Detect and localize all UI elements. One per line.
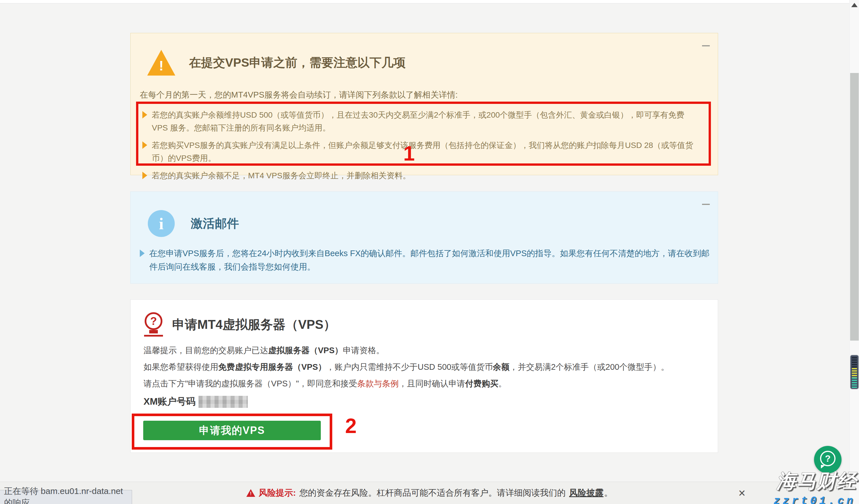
email-text: 在您申请VPS服务后，您将在24小时内收到来自Beeks FX的确认邮件。邮件包… bbox=[149, 247, 718, 273]
notice-header: ! 在提交VPS申请之前，需要注意以下几项 bbox=[147, 50, 406, 76]
paragraph-3: 请点击下方"申请我的虚拟服务器（VPS）"，即同意和接受条款与条例，且同时确认申… bbox=[144, 379, 669, 388]
bullet-text: 若您的真实账户余额维持USD 500（或等值货币），且在过去30天内交易至少满2… bbox=[152, 109, 702, 134]
email-body: 在您申请VPS服务后，您将在24小时内收到来自Beeks FX的确认邮件。邮件包… bbox=[140, 247, 718, 273]
redacted-account-number bbox=[198, 396, 248, 408]
minimap-widget[interactable] bbox=[850, 355, 859, 389]
account-row: XM账户号码 bbox=[144, 395, 248, 408]
warning-triangle-icon: ! bbox=[147, 50, 175, 76]
list-item: 若您的真实账户余额不足，MT4 VPS服务会立即终止，并删除相关资料。 bbox=[142, 169, 702, 182]
risk-disclosure-link[interactable]: 风险披露 bbox=[569, 487, 603, 499]
stamp-icon: ? bbox=[144, 312, 166, 337]
email-header: i 激活邮件 bbox=[148, 210, 239, 237]
notice-intro: 在每个月的第一天，您的MT4VPS服务将会自动续订，请详阅下列条款以了解相关详情… bbox=[140, 89, 458, 101]
notice-title: 在提交VPS申请之前，需要注意以下几项 bbox=[189, 55, 406, 71]
minimap-dark-stripes bbox=[852, 357, 857, 368]
email-title: 激活邮件 bbox=[191, 216, 239, 232]
minimap-yellow-stripes bbox=[852, 368, 857, 378]
account-label: XM账户号码 bbox=[144, 395, 196, 408]
risk-warning-icon: ! bbox=[246, 489, 255, 497]
apply-header: ? 申请MT4虚拟服务器（VPS） bbox=[144, 312, 336, 337]
notice-panel: ! 在提交VPS申请之前，需要注意以下几项 在每个月的第一天，您的MT4VPS服… bbox=[130, 33, 718, 175]
bullet-arrow-icon bbox=[142, 172, 147, 179]
annotation-box-2 bbox=[132, 413, 332, 450]
minimap-teal-stripes bbox=[852, 378, 857, 388]
terms-link[interactable]: 条款与条例 bbox=[357, 379, 399, 388]
risk-text: 您的资金存在风险。杠杆商品可能不适合所有客户。请详细阅读我们的 bbox=[299, 487, 566, 499]
bullet-text: 若您购买VPS服务的真实账户没有满足以上条件，但账户余额足够支付该服务费用（包括… bbox=[152, 139, 702, 164]
apply-panel: ? 申请MT4虚拟服务器（VPS） 温馨提示，目前您的交易账户已达虚拟服务器（V… bbox=[130, 299, 718, 453]
bullet-arrow-icon bbox=[140, 250, 145, 257]
bullet-text: 若您的真实账户余额不足，MT4 VPS服务会立即终止，并删除相关资料。 bbox=[152, 169, 411, 182]
top-strip bbox=[0, 0, 859, 3]
list-item: 若您的真实账户余额维持USD 500（或等值货币），且在过去30天内交易至少满2… bbox=[142, 109, 702, 134]
annotation-box-1: 若您的真实账户余额维持USD 500（或等值货币），且在过去30天内交易至少满2… bbox=[136, 101, 711, 166]
annotation-number-1: 1 bbox=[403, 143, 415, 164]
risk-suffix: 。 bbox=[604, 487, 613, 499]
annotation-number-2: 2 bbox=[345, 415, 357, 436]
apply-paragraphs: 温馨提示，目前您的交易账户已达虚拟服务器（VPS）申请资格。 如果您希望获得使用… bbox=[144, 346, 669, 396]
vps-application-page: ! 在提交VPS申请之前，需要注意以下几项 在每个月的第一天，您的MT4VPS服… bbox=[0, 0, 859, 504]
scroll-up-arrow-icon[interactable] bbox=[851, 3, 858, 7]
close-icon[interactable]: × bbox=[738, 482, 745, 504]
paragraph-2: 如果您希望获得使用免费虚拟专用服务器（VPS），账户内只需维持不少于USD 50… bbox=[144, 363, 669, 372]
scrollbar-thumb[interactable] bbox=[850, 73, 859, 341]
bullet-arrow-icon bbox=[142, 141, 147, 149]
collapse-icon[interactable] bbox=[702, 204, 710, 205]
browser-status-text: 正在等待 bam.eu01.nr-data.net 的响应... bbox=[0, 490, 132, 504]
apply-title: 申请MT4虚拟服务器（VPS） bbox=[172, 316, 336, 333]
list-item: 若您购买VPS服务的真实账户没有满足以上条件，但账户余额足够支付该服务费用（包括… bbox=[142, 139, 702, 164]
email-panel: i 激活邮件 在您申请VPS服务后，您将在24小时内收到来自Beeks FX的确… bbox=[130, 191, 718, 284]
chat-question-icon: ? bbox=[820, 451, 835, 466]
chat-bubble-tail bbox=[821, 465, 825, 469]
help-button[interactable]: ? bbox=[814, 446, 842, 473]
bullet-arrow-icon bbox=[142, 111, 147, 119]
risk-label: 风险提示: bbox=[259, 487, 296, 499]
info-icon: i bbox=[148, 210, 175, 237]
scrollbar[interactable] bbox=[849, 0, 859, 504]
paragraph-1: 温馨提示，目前您的交易账户已达虚拟服务器（VPS）申请资格。 bbox=[144, 346, 669, 355]
collapse-icon[interactable] bbox=[702, 45, 710, 46]
